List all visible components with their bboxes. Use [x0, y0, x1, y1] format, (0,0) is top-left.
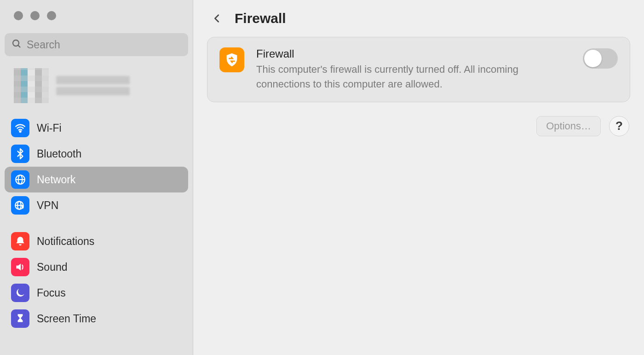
- help-button-label: ?: [615, 119, 623, 133]
- sidebar-item-focus[interactable]: Focus: [5, 280, 188, 306]
- options-button-label: Options…: [546, 120, 591, 132]
- account-row[interactable]: [0, 64, 193, 112]
- search-field[interactable]: [5, 33, 188, 56]
- minimize-window-button[interactable]: [30, 11, 40, 20]
- help-button[interactable]: ?: [609, 116, 629, 136]
- account-name: [56, 73, 130, 98]
- sidebar-item-label: Focus: [37, 287, 66, 299]
- sidebar-item-label: Sound: [37, 261, 68, 274]
- search-icon: [11, 38, 22, 51]
- zoom-window-button[interactable]: [47, 11, 56, 20]
- firewall-toggle[interactable]: [583, 48, 618, 69]
- globe-icon: [11, 170, 29, 189]
- main-pane: Firewall Firewall This computer's firewa…: [193, 0, 644, 355]
- sidebar-item-network[interactable]: Network: [5, 167, 188, 192]
- speaker-icon: [11, 258, 29, 276]
- sidebar-item-bluetooth[interactable]: Bluetooth: [5, 141, 188, 167]
- sidebar-item-wifi[interactable]: Wi-Fi: [5, 115, 188, 141]
- chevron-left-icon: [212, 12, 222, 25]
- search-input[interactable]: [27, 39, 182, 51]
- sidebar-item-sound[interactable]: Sound: [5, 254, 188, 280]
- firewall-card: Firewall This computer's firewall is cur…: [207, 37, 630, 102]
- svg-point-2: [19, 131, 21, 132]
- hourglass-icon: [11, 309, 29, 328]
- sidebar-item-label: Network: [37, 174, 75, 186]
- main-header: Firewall: [207, 10, 630, 27]
- toggle-knob: [584, 50, 602, 67]
- sidebar-item-label: Notifications: [37, 235, 94, 248]
- sidebar: Wi-Fi Bluetooth Network: [0, 0, 193, 355]
- moon-icon: [11, 284, 29, 302]
- firewall-card-title: Firewall: [256, 47, 571, 60]
- sidebar-item-vpn[interactable]: VPN: [5, 192, 188, 218]
- svg-point-0: [13, 40, 19, 46]
- window-controls: [0, 11, 193, 20]
- firewall-card-description: This computer's firewall is currently tu…: [256, 62, 571, 92]
- back-button[interactable]: [211, 10, 224, 27]
- svg-line-1: [18, 45, 20, 47]
- vpn-icon: [11, 196, 29, 215]
- close-window-button[interactable]: [14, 11, 23, 20]
- sidebar-item-label: Screen Time: [37, 313, 96, 325]
- bluetooth-icon: [11, 145, 29, 163]
- bell-icon: [11, 232, 29, 250]
- sidebar-item-label: VPN: [37, 199, 58, 212]
- wifi-icon: [11, 119, 29, 137]
- sidebar-item-notifications[interactable]: Notifications: [5, 228, 188, 254]
- sidebar-item-screentime[interactable]: Screen Time: [5, 306, 188, 332]
- actions-row: Options… ?: [207, 116, 630, 136]
- page-title: Firewall: [235, 11, 286, 26]
- sidebar-list: Wi-Fi Bluetooth Network: [0, 112, 193, 334]
- avatar: [14, 68, 49, 103]
- options-button[interactable]: Options…: [536, 116, 601, 136]
- firewall-shield-icon: [219, 47, 244, 72]
- sidebar-item-label: Wi-Fi: [37, 122, 62, 134]
- sidebar-item-label: Bluetooth: [37, 148, 81, 160]
